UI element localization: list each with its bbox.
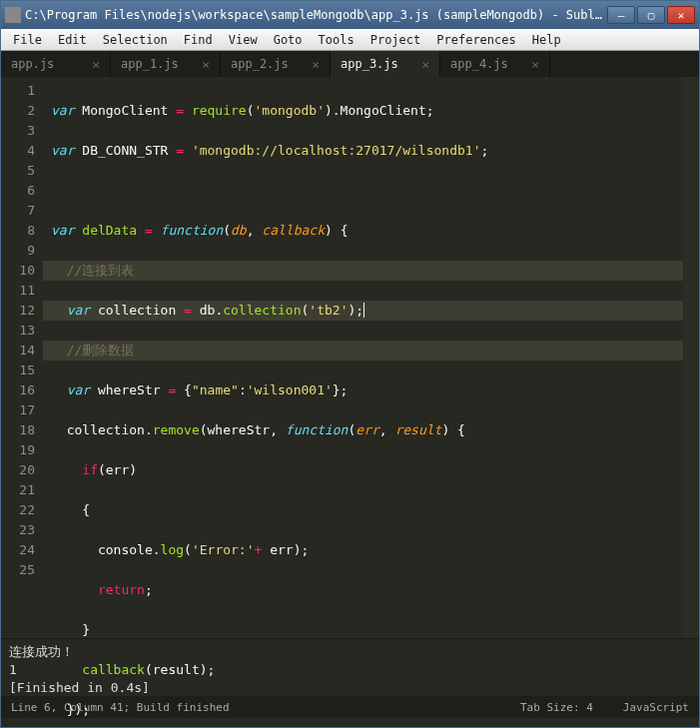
tab-app1[interactable]: app_1.js× xyxy=(111,51,221,77)
line-gutter: 1234567891011121314151617181920212223242… xyxy=(1,77,43,638)
tab-label: app_4.js xyxy=(450,57,508,71)
titlebar: C:\Program Files\nodejs\workspace\sample… xyxy=(1,1,699,29)
tab-app3[interactable]: app_3.js× xyxy=(331,51,440,77)
menu-goto[interactable]: Goto xyxy=(266,31,311,49)
tab-label: app_2.js xyxy=(231,57,289,71)
menu-help[interactable]: Help xyxy=(524,31,569,49)
tab-app4[interactable]: app_4.js× xyxy=(440,51,550,77)
menu-project[interactable]: Project xyxy=(362,31,429,49)
maximize-button[interactable]: ▢ xyxy=(637,6,665,24)
window-title: C:\Program Files\nodejs\workspace\sample… xyxy=(25,8,605,22)
editor[interactable]: 1234567891011121314151617181920212223242… xyxy=(1,77,699,638)
minimize-button[interactable]: — xyxy=(607,6,635,24)
menu-selection[interactable]: Selection xyxy=(95,31,176,49)
menu-tools[interactable]: Tools xyxy=(311,31,362,49)
minimap[interactable] xyxy=(683,77,699,638)
tab-label: app_1.js xyxy=(121,57,179,71)
window-buttons: — ▢ ✕ xyxy=(605,6,695,24)
close-button[interactable]: ✕ xyxy=(667,6,695,24)
close-icon[interactable]: × xyxy=(531,57,539,72)
close-icon[interactable]: × xyxy=(312,57,320,72)
tab-label: app_3.js xyxy=(341,57,398,71)
code-area[interactable]: var MongoClient = require('mongodb').Mon… xyxy=(43,77,683,638)
close-icon[interactable]: × xyxy=(92,57,100,72)
tab-app2[interactable]: app_2.js× xyxy=(221,51,331,77)
close-icon[interactable]: × xyxy=(421,57,429,72)
menu-find[interactable]: Find xyxy=(176,31,221,49)
menu-edit[interactable]: Edit xyxy=(50,31,95,49)
tab-app[interactable]: app.js× xyxy=(1,51,111,77)
menubar: File Edit Selection Find View Goto Tools… xyxy=(1,29,699,51)
tab-label: app.js xyxy=(11,57,54,71)
tab-bar: app.js× app_1.js× app_2.js× app_3.js× ap… xyxy=(1,51,699,77)
menu-view[interactable]: View xyxy=(221,31,266,49)
menu-preferences[interactable]: Preferences xyxy=(428,31,523,49)
close-icon[interactable]: × xyxy=(202,57,210,72)
menu-file[interactable]: File xyxy=(5,31,50,49)
app-icon xyxy=(5,7,21,23)
